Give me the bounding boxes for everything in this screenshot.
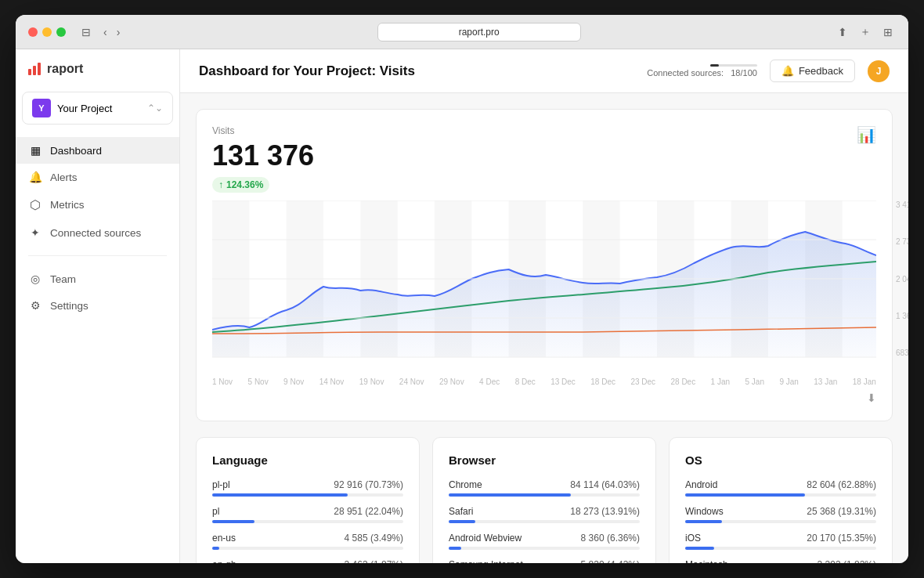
- address-bar[interactable]: [129, 23, 828, 42]
- stat-value: 5 820 (4.43%): [581, 559, 640, 563]
- chevron-icon: ⌃⌄: [147, 103, 163, 114]
- logo: raport: [16, 62, 179, 92]
- grid-view-button[interactable]: ⊞: [880, 24, 896, 40]
- stat-value: 2 392 (1.82%): [818, 559, 876, 563]
- browser-title: Browser: [449, 453, 640, 467]
- sidebar-item-label: Connected sources: [50, 227, 141, 239]
- stat-row-header: Samsung Internet 5 820 (4.43%): [449, 559, 640, 563]
- stat-bar-track: [685, 520, 876, 523]
- stat-value: 4 585 (3.49%): [345, 533, 403, 544]
- x-label: 13 Jan: [814, 378, 837, 386]
- stat-value: 25 368 (19.31%): [807, 506, 876, 517]
- project-name: Your Project: [57, 103, 141, 114]
- x-label: 18 Jan: [853, 378, 876, 386]
- stat-name: Chrome: [449, 479, 482, 490]
- stat-name: Macintosh: [685, 559, 728, 563]
- content-body: Visits 131 376 ↑ 124.36% 📊: [180, 93, 908, 563]
- stat-bar-track: [449, 493, 640, 497]
- stats-row: Language pl-pl 92 916 (70.73%): [196, 437, 893, 563]
- stat-name: Safari: [449, 506, 473, 517]
- stat-name: en-us: [212, 533, 236, 544]
- stat-bar-track: [449, 547, 640, 550]
- stat-bar-fill: [212, 520, 254, 523]
- download-button[interactable]: ⬇: [212, 391, 876, 405]
- sidebar-item-connected-sources[interactable]: ✦ Connected sources: [16, 219, 179, 246]
- y-label-4: 1 366: [896, 312, 908, 320]
- stat-bar-fill: [685, 547, 714, 550]
- sidebar-item-label: Settings: [50, 300, 88, 312]
- x-label: 28 Dec: [671, 378, 696, 386]
- stat-bar-fill: [212, 493, 348, 497]
- forward-button[interactable]: ›: [114, 24, 124, 40]
- nav-back-forward: ‹ ›: [100, 24, 123, 40]
- y-label-1: 3 415: [896, 200, 908, 209]
- logo-bar-1: [28, 69, 31, 75]
- connected-sources-bar: [710, 64, 757, 67]
- feedback-icon: 🔔: [781, 65, 794, 77]
- titlebar-controls: ⊟: [78, 24, 94, 40]
- sidebar-item-team[interactable]: ◎ Team: [16, 266, 179, 292]
- stat-row-ios: iOS 20 170 (15.35%): [685, 533, 876, 550]
- connected-sources-label: Connected sources: 18/100: [647, 68, 757, 78]
- new-tab-button[interactable]: ＋: [857, 23, 874, 41]
- stat-row-safari: Safari 18 273 (13.91%): [449, 506, 640, 523]
- stat-row-chrome: Chrome 84 114 (64.03%): [449, 479, 640, 497]
- visits-change-value: 124.36%: [226, 179, 263, 190]
- stat-name: Samsung Internet: [449, 559, 523, 563]
- x-label: 8 Dec: [515, 378, 536, 386]
- feedback-button[interactable]: 🔔 Feedback: [770, 60, 855, 82]
- x-label: 5 Nov: [248, 378, 269, 386]
- chart-bar-icon[interactable]: 📊: [857, 125, 876, 144]
- maximize-button[interactable]: [56, 27, 66, 37]
- minimize-button[interactable]: [42, 27, 52, 37]
- stat-name: en-gb: [212, 559, 236, 563]
- nav-divider: [28, 255, 167, 256]
- team-icon: ◎: [28, 273, 42, 285]
- x-label: 1 Jan: [711, 378, 730, 386]
- share-button[interactable]: ⬆: [835, 24, 850, 40]
- language-card: Language pl-pl 92 916 (70.73%): [196, 437, 420, 563]
- stat-row-macintosh: Macintosh 2 392 (1.82%): [685, 559, 876, 563]
- sidebar-toggle[interactable]: ⊟: [78, 24, 94, 40]
- sidebar-item-settings[interactable]: ⚙ Settings: [16, 292, 179, 319]
- logo-bar-2: [33, 66, 36, 75]
- content-header: Dashboard for Your Project: Visits Conne…: [180, 49, 908, 93]
- stat-row-header: Android 82 604 (62.88%): [685, 479, 876, 490]
- stat-row-header: Chrome 84 114 (64.03%): [449, 479, 640, 490]
- stat-bar-track: [212, 547, 403, 550]
- chart-info: Visits 131 376 ↑ 124.36%: [212, 125, 314, 193]
- y-label-3: 2 049: [896, 275, 908, 284]
- stat-name: pl: [212, 506, 219, 517]
- language-title: Language: [212, 453, 403, 467]
- connected-sources-icon: ✦: [28, 226, 42, 239]
- connected-sources-fill: [710, 64, 719, 67]
- stat-bar-track: [685, 493, 876, 497]
- project-selector[interactable]: Y Your Project ⌃⌄: [22, 92, 173, 125]
- user-avatar[interactable]: J: [868, 60, 890, 82]
- os-title: OS: [685, 453, 876, 467]
- close-button[interactable]: [28, 27, 38, 37]
- stat-row-android-webview: Android Webview 8 360 (6.36%): [449, 533, 640, 550]
- main-layout: raport Y Your Project ⌃⌄ ▦ Dashboard 🔔 A…: [16, 49, 908, 563]
- url-input[interactable]: [377, 23, 581, 42]
- stat-bar-track: [212, 493, 403, 497]
- download-icon[interactable]: ⬇: [867, 392, 876, 404]
- stat-bar-track: [685, 547, 876, 550]
- back-button[interactable]: ‹: [100, 24, 110, 40]
- stat-row-en-gb: en-gb 2 463 (1.87%): [212, 559, 403, 563]
- stat-row-header: pl-pl 92 916 (70.73%): [212, 479, 403, 490]
- sidebar-item-metrics[interactable]: ⬡ Metrics: [16, 190, 179, 219]
- stat-row-header: Macintosh 2 392 (1.82%): [685, 559, 876, 563]
- visits-label: Visits: [212, 125, 314, 136]
- sidebar-item-alerts[interactable]: 🔔 Alerts: [16, 164, 179, 190]
- chart-header: Visits 131 376 ↑ 124.36% 📊: [212, 125, 876, 193]
- titlebar-right-controls: ⬆ ＋ ⊞: [835, 23, 896, 41]
- stat-bar-fill: [449, 547, 461, 550]
- x-label: 29 Nov: [439, 378, 464, 386]
- y-axis-labels: 3 415 2 732 2 049 1 366 683: [896, 200, 908, 357]
- stat-bar-fill: [449, 493, 571, 497]
- x-label: 4 Dec: [479, 378, 500, 386]
- stat-name: iOS: [685, 533, 701, 544]
- sidebar-item-dashboard[interactable]: ▦ Dashboard: [16, 137, 179, 164]
- sidebar: raport Y Your Project ⌃⌄ ▦ Dashboard 🔔 A…: [16, 49, 180, 563]
